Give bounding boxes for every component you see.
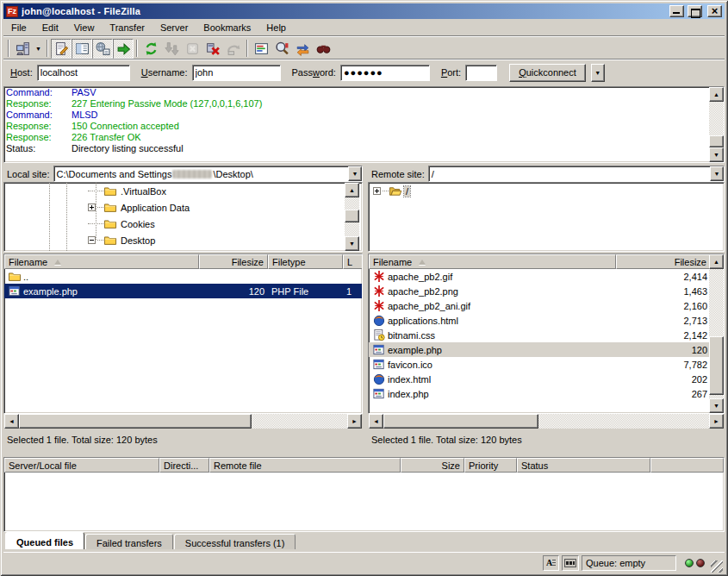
refresh-button[interactable] [140,39,161,59]
tree-item-label[interactable]: Application Data [119,203,191,213]
tree-item-cookies[interactable]: Cookies [4,216,362,232]
remote-hscrollbar[interactable] [369,414,724,429]
minimize-button[interactable] [669,5,684,17]
column-header-filesize[interactable]: Filesize [199,254,268,269]
column-header-filetype[interactable]: Filetype [268,254,343,269]
scrollbar-thumb[interactable] [709,135,724,147]
directory-comparison-button[interactable] [271,39,292,59]
file-row-index-php[interactable]: index.php267 [369,386,724,401]
scrollbar-thumb[interactable] [709,336,724,395]
scroll-left-button[interactable] [369,414,383,429]
column-header-filesize[interactable]: Filesize [616,254,711,269]
username-input[interactable] [192,65,281,81]
svg-text:A: A [546,558,553,567]
menu-server[interactable]: Server [152,21,196,34]
tree-item-label[interactable]: .VirtualBox [119,186,168,197]
file-row-apache-pb2-ani-gif[interactable]: apache_pb2_ani.gif2,160 [369,298,724,313]
queue-column-empty[interactable] [650,458,724,473]
file-row-example-php[interactable]: example.php120 [369,342,724,357]
queue-column-size[interactable]: Size [401,458,464,473]
remote-path-text: / [429,166,710,181]
tab-successful-transfers-1-[interactable]: Successful transfers (1) [174,534,296,549]
queue-column-remote-file[interactable]: Remote file [209,458,401,473]
synchronized-browsing-button[interactable] [292,39,313,59]
file-row-favicon-ico[interactable]: favicon.ico7,782 [369,357,724,372]
scroll-left-button[interactable] [4,414,19,429]
local-site-dropdown-button[interactable] [348,166,362,181]
menu-bookmarks[interactable]: Bookmarks [196,21,258,34]
file-row-bitnami-css[interactable]: bitnami.css2,142 [369,328,724,342]
local-hscrollbar[interactable] [4,414,362,429]
expand-icon[interactable] [373,187,381,195]
column-header-label: Filesize [232,257,264,267]
file-row-applications-html[interactable]: applications.html2,713 [369,313,724,328]
tree-item-desktop[interactable]: Desktop [4,232,362,248]
file-row-apache-pb2-png[interactable]: apache_pb2.png1,463 [369,284,724,298]
filename-filters-button[interactable] [251,39,271,59]
tab-queued-files[interactable]: Queued files [5,532,84,549]
scrollbar-thumb[interactable] [383,414,538,429]
scroll-right-button[interactable] [709,414,724,429]
remote-vscrollbar[interactable] [709,254,724,413]
menu-view[interactable]: View [66,21,103,34]
file-row-apache-pb2-gif[interactable]: apache_pb2.gif2,414 [369,269,724,284]
quickconnect-dropdown-button[interactable] [591,64,605,82]
column-header-filename[interactable]: Filename [4,254,199,269]
remote-site-dropdown-button[interactable] [710,166,724,181]
toggle-message-log-button[interactable] [51,39,72,59]
file-row-index-html[interactable]: index.html202 [369,372,724,386]
queue-column-server-local-file[interactable]: Server/Local file [4,458,159,473]
scroll-up-button[interactable] [345,183,359,197]
toggle-remote-tree-button[interactable] [92,39,113,59]
scroll-down-button[interactable] [709,398,724,413]
file-row--[interactable]: .. [4,269,362,284]
tree-item-application-data[interactable]: Application Data [4,199,362,216]
toggle-local-tree-button[interactable] [72,39,92,59]
scroll-up-button[interactable] [709,254,724,269]
resize-grip[interactable] [711,560,723,573]
column-header-filename[interactable]: Filename [369,254,616,269]
disconnect-button[interactable] [202,39,223,59]
menu-transfer[interactable]: Transfer [102,21,152,34]
remote-site-combobox[interactable]: / [428,166,725,182]
close-button[interactable] [707,5,722,17]
toggle-transfer-queue-button[interactable] [113,39,134,59]
queue-column-status[interactable]: Status [517,458,650,473]
port-input[interactable] [465,65,497,81]
tree-item-label[interactable]: Desktop [119,235,157,246]
queue-column-directi-[interactable]: Directi... [159,458,209,473]
find-files-button[interactable] [313,39,333,59]
expand-icon[interactable] [88,203,96,211]
file-cell-name: example.php [4,285,199,297]
site-manager-dropdown-button[interactable] [33,39,44,59]
host-input[interactable] [37,65,130,81]
file-row-example-php[interactable]: example.php120PHP File1 [4,284,362,298]
file-name: applications.html [388,316,458,326]
scrollbar-thumb[interactable] [19,414,252,429]
local-site-combobox[interactable]: C:\Documents and Settings\Desktop\ [53,166,363,182]
tree-item-label[interactable]: Cookies [119,219,157,229]
password-input[interactable] [340,65,430,81]
directory-comparison-icon [275,41,289,56]
menu-file[interactable]: File [3,21,34,34]
tree-item--[interactable]: / [369,183,724,199]
scroll-down-button[interactable] [709,147,724,162]
log-scrollbar[interactable] [709,87,724,162]
menu-edit[interactable]: Edit [34,21,66,34]
scroll-up-button[interactable] [709,87,724,102]
site-manager-button[interactable] [12,39,33,59]
log-line: Status:Directory listing successful [4,143,724,154]
scroll-down-button[interactable] [345,236,359,251]
tab-failed-transfers[interactable]: Failed transfers [85,534,173,549]
maximize-button[interactable] [688,5,702,17]
queue-column-priority[interactable]: Priority [464,458,517,473]
local-tree-scrollbar[interactable] [345,183,359,251]
tree-item-label[interactable]: / [404,186,410,197]
scrollbar-thumb[interactable] [345,210,359,222]
scroll-right-button[interactable] [347,414,362,429]
quickconnect-button[interactable]: Quickconnect [509,64,586,82]
menu-help[interactable]: Help [258,21,294,34]
collapse-icon[interactable] [88,236,96,244]
tree-item--virtualbox[interactable]: .VirtualBox [4,183,362,199]
column-header-l[interactable]: L [343,254,363,269]
